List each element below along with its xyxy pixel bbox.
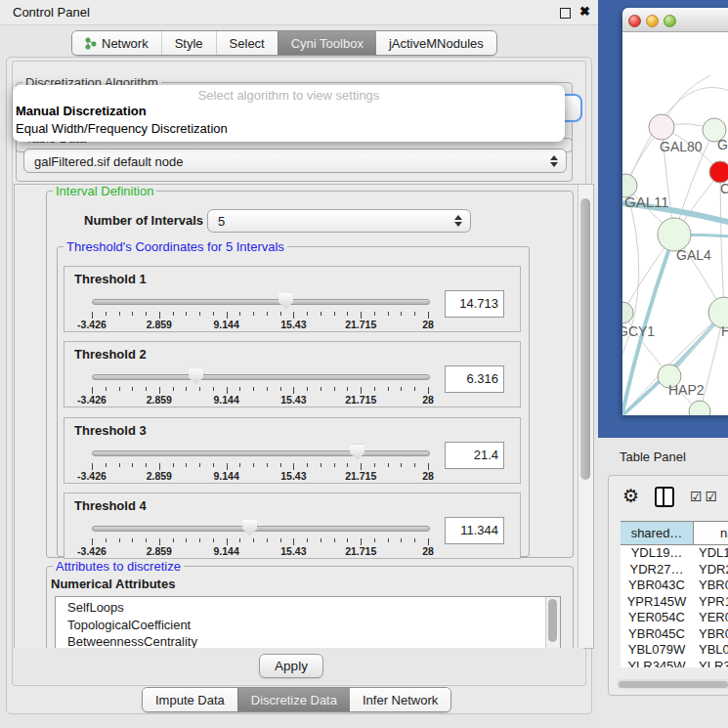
dropdown-option[interactable]: Manual Discretization — [13, 103, 565, 120]
column-header-name: na — [694, 522, 728, 544]
threshold-slider[interactable]: -3.4262.8599.14415.4321.71528 — [92, 365, 428, 405]
attributes-list-scrollbar[interactable] — [545, 597, 560, 649]
slider-track[interactable] — [92, 526, 430, 532]
bottom-tab-group: Impute DataDiscretize DataInfer Network — [142, 687, 451, 712]
threshold-value-field[interactable]: 14.713 — [445, 290, 504, 318]
tick-mark — [347, 463, 348, 467]
tab-select[interactable]: Select — [216, 31, 278, 55]
algorithm-dropdown-popup: Select algorithm to view settings Manual… — [13, 85, 565, 142]
table-row[interactable]: YDL19…YDL1 — [621, 545, 728, 562]
slider-track[interactable] — [92, 450, 430, 456]
tick-label: 9.144 — [213, 545, 238, 557]
float-window-icon[interactable] — [560, 8, 571, 19]
tick-mark — [361, 463, 362, 470]
split-columns-icon[interactable] — [655, 487, 674, 507]
apply-button[interactable]: Apply — [259, 654, 323, 678]
table-row[interactable]: YLR345WYLR3 — [621, 659, 728, 668]
node-label: GCY1 — [622, 323, 655, 339]
tick-mark — [374, 312, 375, 316]
tick-mark — [92, 538, 93, 545]
list-item[interactable]: SelfLoops — [56, 599, 546, 617]
table-row[interactable]: YBR043CYBR0 — [621, 578, 728, 594]
tick-mark — [146, 387, 147, 391]
network-icon — [85, 37, 97, 50]
list-item[interactable]: TopologicalCoefficient — [56, 617, 546, 634]
tick-mark — [199, 312, 200, 316]
table-row[interactable]: YBR045CYBR0 — [621, 626, 728, 643]
tab-style[interactable]: Style — [161, 31, 216, 55]
network-node[interactable] — [658, 218, 691, 251]
close-icon[interactable]: ✖ — [579, 4, 590, 19]
table-row[interactable]: YPR145WYPR1 — [621, 594, 728, 611]
cell-shared-name: YBR043C — [621, 578, 693, 594]
threshold-slider[interactable]: -3.4262.8599.14415.4321.71528 — [92, 442, 428, 481]
tick-label: 15.43 — [280, 545, 306, 557]
slider-handle[interactable] — [350, 445, 364, 460]
tick-mark — [401, 387, 402, 391]
zoom-traffic-light-icon[interactable] — [664, 15, 676, 27]
tick-mark — [173, 463, 174, 467]
stepper-icon — [453, 215, 462, 227]
table-row[interactable]: YDR27…YDR2 — [621, 562, 728, 578]
table-data-combo[interactable]: galFiltered.sif default node — [23, 149, 567, 173]
list-item[interactable]: BetweennessCentrality — [56, 633, 546, 649]
slider-handle[interactable] — [189, 368, 203, 384]
tick-mark — [106, 463, 107, 467]
group-title-thresholds: Threshold's Coordinates for 5 Intervals — [64, 239, 287, 254]
tick-label: 2.859 — [147, 545, 172, 557]
tick-mark — [334, 463, 335, 467]
table-row[interactable]: YBL079WYBL0 — [621, 642, 728, 659]
bottom-tab-infer-network[interactable]: Infer Network — [350, 688, 450, 711]
threshold-slider[interactable]: -3.4262.8599.14415.4321.71528 — [92, 517, 428, 556]
settings-scrollpane: Interval Definition Number of Intervals … — [14, 184, 594, 649]
tick-mark — [213, 463, 214, 467]
threshold-slider[interactable]: -3.4262.8599.14415.4321.71528 — [92, 290, 428, 329]
tick-mark — [428, 463, 429, 470]
slider-handle[interactable] — [242, 520, 257, 535]
tab-cyni-toolbox[interactable]: Cyni Toolbox — [278, 31, 376, 55]
tick-mark — [106, 312, 107, 316]
settings-scrollbar[interactable] — [578, 185, 593, 648]
cell-shared-name: YER054C — [621, 610, 693, 626]
threshold-value-field[interactable]: 6.316 — [445, 365, 504, 393]
tab-network[interactable]: Network — [72, 31, 161, 55]
network-node[interactable] — [622, 302, 633, 323]
table-horizontal-scrollbar[interactable] — [617, 679, 728, 689]
tick-mark — [227, 387, 228, 394]
table-header-row[interactable]: shared… na — [621, 521, 728, 545]
slider-track[interactable] — [92, 299, 430, 305]
table-row[interactable]: YER054CYER0 — [621, 610, 728, 626]
tick-mark — [334, 538, 335, 542]
control-panel-titlebar: Control Panel ✖ — [0, 0, 598, 25]
gear-icon[interactable]: ⚙ — [622, 486, 639, 507]
network-node[interactable] — [689, 401, 710, 415]
threshold-value-field[interactable]: 21.4 — [445, 442, 504, 469]
slider-track[interactable] — [92, 374, 430, 380]
threshold-panel-3: Threshold 3-3.4262.8599.14415.4321.71528… — [64, 417, 521, 484]
tick-mark — [267, 312, 268, 316]
tick-mark — [239, 387, 240, 391]
numerical-attributes-list[interactable]: SelfLoopsTopologicalCoefficientBetweenne… — [55, 596, 561, 649]
number-of-intervals-combo[interactable]: 5 — [207, 209, 471, 233]
checkbox-icon: ☑ — [706, 489, 718, 504]
node-table[interactable]: shared… na YDL19…YDL1YDR27…YDR2YBR043CYB… — [621, 521, 728, 667]
checkbox-icons[interactable]: ☑ ☑ — [690, 489, 717, 504]
tick-mark — [401, 312, 402, 316]
network-graph-canvas[interactable]: GAL80GACGAL11GAL4GCY1HHAP2 — [622, 31, 728, 415]
network-node[interactable] — [709, 161, 728, 183]
threshold-label: Threshold 1 — [74, 272, 147, 286]
minimize-traffic-light-icon[interactable] — [646, 15, 659, 27]
top-tab-group: NetworkStyleSelectCyni ToolboxjActiveMNo… — [71, 30, 497, 56]
network-node[interactable] — [649, 114, 674, 140]
tab-label: Cyni Toolbox — [291, 36, 364, 51]
bottom-tab-discretize-data[interactable]: Discretize Data — [237, 688, 350, 711]
threshold-value-field[interactable]: 11.344 — [445, 517, 504, 544]
tab-jactivemnodules[interactable]: jActiveMNodules — [376, 31, 496, 55]
close-traffic-light-icon[interactable] — [628, 15, 641, 27]
tick-mark — [239, 463, 240, 467]
tick-mark — [347, 387, 348, 391]
bottom-tab-impute-data[interactable]: Impute Data — [143, 688, 237, 711]
slider-handle[interactable] — [278, 293, 293, 309]
dropdown-option[interactable]: Equal Width/Frequency Discretization — [13, 120, 565, 138]
table-panel: ⚙ ☑ ☑ shared… na YDL19…YDL1YDR27…YDR2YBR… — [608, 475, 728, 696]
